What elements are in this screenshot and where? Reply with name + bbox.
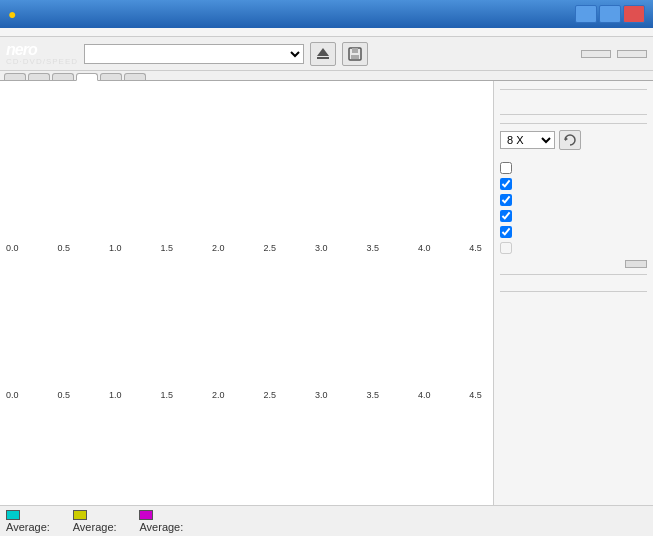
progress-section <box>500 300 647 304</box>
jitter-checkbox[interactable] <box>500 210 512 222</box>
settings-title <box>500 121 647 124</box>
title-bar: ● <box>0 0 653 28</box>
c2-pif-checkbox[interactable] <box>500 194 512 206</box>
tab-scan-disc[interactable] <box>124 73 146 80</box>
start-button[interactable] <box>581 50 611 58</box>
c1-pie-checkbox[interactable] <box>500 178 512 190</box>
tab-disc-quality[interactable] <box>76 73 98 81</box>
menu-extra[interactable] <box>48 30 60 34</box>
upper-chart <box>4 87 484 242</box>
write-speed-checkbox <box>500 242 512 254</box>
toolbar: nero CD·DVD/SPEED <box>0 37 653 71</box>
svg-rect-1 <box>317 57 329 59</box>
stats-bar: Average: Maximum: Total: Average: Maximu… <box>0 505 653 536</box>
nero-logo: nero CD·DVD/SPEED <box>6 41 78 66</box>
quick-scan-checkbox[interactable] <box>500 162 512 174</box>
pi-errors-group: Average: Maximum: Total: <box>6 510 57 536</box>
jitter-group: Average: Maximum: <box>139 510 190 536</box>
divider-2 <box>500 274 647 275</box>
pi-failures-avg: Average: <box>73 521 124 533</box>
tab-create-disc[interactable] <box>28 73 50 80</box>
jitter-color <box>139 510 153 520</box>
eject-icon-btn[interactable] <box>310 42 336 66</box>
minimize-button[interactable] <box>575 5 597 23</box>
svg-rect-3 <box>352 48 358 53</box>
upper-x-axis: 0.00.51.01.52.0 2.53.03.54.04.5 <box>4 243 484 253</box>
c2-pif-row[interactable] <box>500 194 647 206</box>
save-icon-btn[interactable] <box>342 42 368 66</box>
main-content: 24161284 0.00.51.01.52.0 2.53.03.54.04.5… <box>0 81 653 505</box>
title-bar-left: ● <box>8 6 22 22</box>
title-bar-controls <box>575 5 645 23</box>
tabs-bar <box>0 71 653 81</box>
menu-file[interactable] <box>4 30 16 34</box>
tab-advanced-disc-quality[interactable] <box>100 73 122 80</box>
svg-marker-0 <box>317 48 329 56</box>
speed-settings-row: 8 XMax4 X12 X16 X <box>500 130 647 150</box>
menu-help[interactable] <box>70 30 82 34</box>
read-speed-row[interactable] <box>500 226 647 238</box>
maximize-button[interactable] <box>599 5 621 23</box>
close-button[interactable] <box>623 5 645 23</box>
svg-rect-4 <box>351 55 359 59</box>
speed-select[interactable]: 8 XMax4 X12 X16 X <box>500 131 555 149</box>
chart-area: 24161284 0.00.51.01.52.0 2.53.03.54.04.5… <box>0 81 493 505</box>
lower-x-axis: 0.00.51.01.52.0 2.53.03.54.04.5 <box>4 390 484 400</box>
pi-failures-header <box>73 510 124 520</box>
divider-1 <box>500 114 647 115</box>
divider-3 <box>500 291 647 292</box>
lower-chart <box>4 255 484 390</box>
tab-benchmark[interactable] <box>4 73 26 80</box>
tab-disc-info[interactable] <box>52 73 74 80</box>
write-speed-row <box>500 242 647 254</box>
quick-scan-row[interactable] <box>500 162 647 174</box>
exit-button[interactable] <box>617 50 647 58</box>
right-panel: 8 XMax4 X12 X16 X <box>493 81 653 505</box>
pi-errors-color <box>6 510 20 520</box>
refresh-icon-btn[interactable] <box>559 130 581 150</box>
read-speed-checkbox[interactable] <box>500 226 512 238</box>
jitter-row[interactable] <box>500 210 647 222</box>
jitter-header <box>139 510 190 520</box>
svg-marker-5 <box>565 137 568 141</box>
menu-run-test[interactable] <box>26 30 38 34</box>
pi-errors-header <box>6 510 57 520</box>
pi-errors-avg: Average: <box>6 521 57 533</box>
menu-bar <box>0 28 653 37</box>
advanced-button[interactable] <box>625 260 647 268</box>
pi-failures-group: Average: Maximum: Total: <box>73 510 124 536</box>
c1-pie-row[interactable] <box>500 178 647 190</box>
drive-select[interactable] <box>84 44 304 64</box>
jitter-avg: Average: <box>139 521 190 533</box>
pi-failures-color <box>73 510 87 520</box>
disc-info-title <box>500 87 647 90</box>
